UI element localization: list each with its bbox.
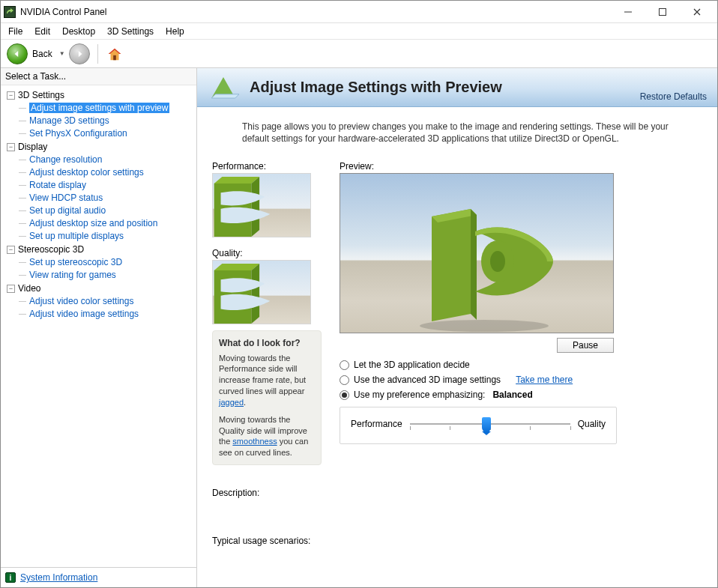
body: Select a Task... − 3D Settings Adjust im… — [1, 68, 717, 587]
tree-toggle-icon[interactable]: − — [7, 285, 15, 293]
system-information-icon: i — [5, 572, 16, 583]
preference-slider[interactable] — [410, 416, 570, 431]
preference-value: Balanced — [492, 390, 532, 400]
window-controls — [611, 1, 714, 23]
tree-item-adjust-desktop-color[interactable]: Adjust desktop color settings — [2, 166, 195, 179]
tree-item-video-color[interactable]: Adjust video color settings — [2, 295, 195, 308]
back-label: Back — [32, 49, 52, 59]
menu-desktop[interactable]: Desktop — [56, 25, 101, 38]
tree-item-rotate-display[interactable]: Rotate display — [2, 179, 195, 192]
radio-let-app-decide[interactable]: Let the 3D application decide — [340, 357, 617, 372]
menu-file[interactable]: File — [2, 25, 28, 38]
restore-defaults-link[interactable]: Restore Defaults — [640, 91, 707, 102]
sidebar-header: Select a Task... — [1, 68, 196, 85]
radio-icon — [340, 375, 349, 385]
close-button[interactable] — [680, 1, 714, 23]
toolbar: Back ▼ — [1, 40, 717, 68]
tree-item-adjust-image-settings[interactable]: Adjust image settings with preview — [2, 102, 195, 115]
tree-item-view-hdcp[interactable]: View HDCP status — [2, 192, 195, 204]
tree-category-video[interactable]: − Video — [2, 282, 195, 295]
radio-use-advanced[interactable]: Use the advanced 3D image settings Take … — [340, 372, 617, 387]
preview-label: Preview: — [340, 161, 702, 172]
main-pane: Adjust Image Settings with Preview Resto… — [197, 68, 717, 587]
quality-label: Quality: — [212, 248, 322, 258]
app-window: NVIDIA Control Panel File Edit Desktop 3… — [0, 0, 718, 588]
performance-thumbnail — [212, 173, 311, 237]
slider-label-performance: Performance — [351, 419, 402, 429]
preview-viewport — [340, 173, 614, 333]
quality-thumbnail — [212, 260, 311, 324]
svg-rect-0 — [624, 11, 632, 12]
forward-button[interactable] — [69, 43, 90, 64]
home-button[interactable] — [106, 45, 124, 63]
svg-point-7 — [420, 320, 549, 332]
slider-thumb[interactable] — [482, 417, 491, 432]
tree-item-multiple-displays[interactable]: Set up multiple displays — [2, 230, 195, 243]
tree-category-display[interactable]: − Display — [2, 140, 195, 154]
tree-item-video-image[interactable]: Adjust video image settings — [2, 308, 195, 321]
menu-3d-settings[interactable]: 3D Settings — [101, 25, 160, 38]
back-history-dropdown[interactable]: ▼ — [58, 50, 66, 57]
tree-item-desktop-size-position[interactable]: Adjust desktop size and position — [2, 217, 195, 230]
maximize-button[interactable] — [645, 1, 680, 23]
tree-toggle-icon[interactable]: − — [7, 246, 15, 254]
jagged-link[interactable]: jagged — [219, 398, 244, 407]
what-heading: What do I look for? — [219, 337, 315, 349]
what-do-i-look-for-box: What do I look for? Moving towards the P… — [212, 330, 322, 465]
tree-item-set-physx[interactable]: Set PhysX Configuration — [2, 127, 195, 140]
pause-button[interactable]: Pause — [557, 338, 614, 353]
sidebar-footer: i System Information — [1, 567, 196, 587]
page-title: Adjust Image Settings with Preview — [250, 79, 502, 96]
tree-item-setup-stereo3d[interactable]: Set up stereoscopic 3D — [2, 256, 195, 269]
tree-item-change-resolution[interactable]: Change resolution — [2, 154, 195, 166]
tree-toggle-icon[interactable]: − — [7, 143, 15, 151]
radio-use-my-preference[interactable]: Use my preference emphasizing: Balanced — [340, 387, 617, 402]
take-me-there-link[interactable]: Take me there — [516, 375, 573, 385]
toolbar-separator — [97, 44, 98, 64]
left-column: Performance: Quality: — [212, 161, 322, 465]
slider-label-quality: Quality — [578, 419, 606, 429]
usage-scenarios-label: Typical usage scenarios: — [212, 536, 702, 546]
titlebar: NVIDIA Control Panel — [1, 1, 717, 23]
performance-label: Performance: — [212, 161, 322, 172]
menu-help[interactable]: Help — [160, 25, 190, 38]
smoothness-link[interactable]: smoothness — [232, 437, 277, 446]
system-information-link[interactable]: System Information — [20, 572, 97, 583]
svg-rect-1 — [660, 8, 666, 15]
menubar: File Edit Desktop 3D Settings Help — [1, 23, 717, 40]
task-sidebar: Select a Task... − 3D Settings Adjust im… — [1, 68, 197, 587]
back-button[interactable] — [7, 43, 28, 64]
main-content: This page allows you to preview changes … — [197, 107, 717, 587]
tree-item-digital-audio[interactable]: Set up digital audio — [2, 204, 195, 217]
tree-item-view-rating-games[interactable]: View rating for games — [2, 269, 195, 282]
right-column: Preview: — [340, 161, 702, 444]
menu-edit[interactable]: Edit — [28, 25, 56, 38]
tree-item-manage-3d-settings[interactable]: Manage 3D settings — [2, 115, 195, 127]
page-description: This page allows you to preview changes … — [242, 121, 677, 145]
app-icon — [4, 6, 16, 18]
page-header: Adjust Image Settings with Preview Resto… — [197, 68, 717, 107]
preview-button-row: Pause — [340, 338, 614, 353]
radio-icon — [340, 390, 349, 400]
svg-point-6 — [490, 251, 505, 272]
svg-rect-2 — [113, 55, 116, 59]
radio-icon — [340, 360, 349, 370]
tree-category-3d-settings[interactable]: − 3D Settings — [2, 88, 195, 102]
task-tree: − 3D Settings Adjust image settings with… — [1, 85, 196, 567]
preference-radio-group: Let the 3D application decide Use the ad… — [340, 357, 617, 402]
preference-slider-box: Performance Quality — [340, 407, 617, 444]
page-header-icon — [208, 72, 239, 103]
tree-category-stereoscopic-3d[interactable]: − Stereoscopic 3D — [2, 243, 195, 256]
window-title: NVIDIA Control Panel — [20, 7, 611, 17]
settings-body: Performance: Quality: — [212, 161, 702, 465]
description-label: Description: — [212, 488, 702, 498]
minimize-button[interactable] — [611, 1, 645, 23]
tree-toggle-icon[interactable]: − — [7, 91, 15, 100]
